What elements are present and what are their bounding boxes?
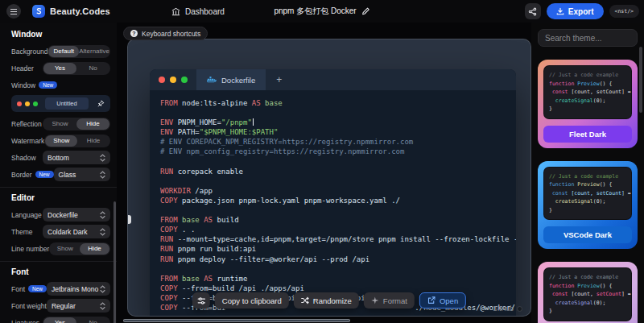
share-button[interactable] bbox=[525, 3, 541, 19]
row-shadow: Shadow Bottom bbox=[11, 151, 110, 164]
preview-token: [count, bbox=[571, 291, 596, 297]
theme-select-button[interactable]: Fleet Dark bbox=[543, 126, 632, 143]
theme-panel-scrollbar[interactable] bbox=[639, 47, 642, 113]
theme-select[interactable]: Coldark Dark bbox=[43, 225, 110, 238]
font-select[interactable]: Jetbrains Mono bbox=[47, 282, 110, 296]
theme-panel: // Just a code examplefunction Preview()… bbox=[531, 23, 644, 323]
code-token: RUN bbox=[160, 235, 173, 243]
randomize-button[interactable]: Randomize bbox=[294, 292, 359, 309]
preview-token: const bbox=[549, 291, 571, 297]
code-token: AS bbox=[204, 216, 213, 224]
github-watermark[interactable]: GitHub bbox=[493, 304, 522, 313]
code-token: FROM bbox=[160, 99, 178, 107]
theme-card[interactable]: // Just a code examplefunction Preview()… bbox=[538, 60, 638, 148]
export-label: Export bbox=[568, 7, 594, 16]
export-button[interactable]: Export bbox=[547, 3, 604, 19]
code-token: --from=build /api ./apps/api bbox=[178, 284, 304, 292]
segment-option-no[interactable]: No bbox=[76, 63, 109, 74]
code-line bbox=[160, 265, 508, 275]
segment-option-alternative[interactable]: Alternative bbox=[79, 46, 109, 57]
share-icon bbox=[528, 7, 537, 16]
code-token: # ENV COREPACK_NPM_REGISTRY=https://regi… bbox=[160, 138, 413, 146]
copy-label: Copy to clipboard bbox=[222, 296, 282, 305]
segment-option-yes[interactable]: Yes bbox=[43, 317, 76, 323]
theme-card[interactable]: // Just a code examplefunction Preview()… bbox=[538, 262, 638, 323]
sidebar-scrollbar[interactable] bbox=[114, 201, 116, 323]
code-token: base bbox=[261, 99, 283, 107]
code-line: COPY . . bbox=[160, 226, 508, 235]
border-text: Border bbox=[11, 171, 32, 179]
font-value: Jetbrains Mono bbox=[52, 285, 98, 293]
open-button[interactable]: Open bbox=[419, 292, 466, 309]
ligatures-segmented: Yes No bbox=[43, 317, 110, 323]
preview-line: // Just a code example bbox=[549, 273, 626, 282]
randomize-icon bbox=[301, 296, 309, 304]
format-button[interactable]: Format bbox=[364, 292, 415, 309]
preview-token: setCount bbox=[597, 291, 621, 297]
code-token: ENV bbox=[160, 128, 173, 136]
preview-line: } bbox=[549, 307, 626, 316]
edit-title-icon[interactable] bbox=[362, 7, 370, 15]
tab-dockerfile[interactable]: Dockerfile bbox=[196, 69, 266, 90]
new-badge: New bbox=[39, 81, 57, 89]
window-style-preview[interactable]: Untitled bbox=[11, 95, 110, 112]
reflection-label: Reflection bbox=[11, 120, 42, 128]
code-token: "/pnpm" bbox=[221, 118, 252, 126]
border-select[interactable]: Glass bbox=[54, 168, 110, 181]
pin-icon[interactable] bbox=[97, 100, 105, 107]
segment-option-show[interactable]: Show bbox=[45, 135, 77, 147]
code-line: COPY package.json pnpm-lock.yaml pnpm-wo… bbox=[160, 197, 508, 206]
theme-card[interactable]: // Just a code examplefunction Preview()… bbox=[538, 161, 638, 250]
brand[interactable]: Beauty.Codes bbox=[32, 5, 110, 18]
hidden-code-gap bbox=[225, 309, 415, 310]
segment-option-show[interactable]: Show bbox=[43, 118, 76, 130]
updown-chevron-icon bbox=[100, 302, 105, 310]
segment-option-default[interactable]: Default bbox=[48, 46, 79, 57]
shortcut-badge[interactable]: <nst/> bbox=[609, 5, 639, 18]
updown-chevron-icon bbox=[100, 228, 105, 236]
segment-option-no[interactable]: No bbox=[76, 317, 109, 323]
adjust-button[interactable] bbox=[192, 292, 210, 309]
preview-token: const bbox=[549, 190, 571, 197]
segment-option-show[interactable]: Show bbox=[50, 243, 80, 255]
preview-line: function Preview() { bbox=[549, 180, 626, 189]
shadow-select[interactable]: Bottom bbox=[43, 151, 110, 164]
new-tab-button[interactable]: + bbox=[276, 74, 282, 85]
font-weight-select[interactable]: Regular bbox=[47, 299, 110, 313]
code-area[interactable]: FROM node:lts-alpine AS base ENV PNPM_HO… bbox=[150, 90, 516, 313]
segment-option-hide[interactable]: Hide bbox=[77, 135, 109, 147]
menu-icon[interactable] bbox=[6, 4, 21, 19]
code-line: RUN pnpm run build:api bbox=[160, 245, 508, 255]
brand-name: Beauty.Codes bbox=[50, 6, 110, 16]
preview-token: function bbox=[549, 181, 577, 188]
code-window: Dockerfile + FROM node:lts-alpine AS bas… bbox=[150, 69, 516, 317]
segment-option-hide[interactable]: Hide bbox=[76, 118, 109, 130]
code-token: FROM bbox=[160, 216, 178, 224]
download-icon bbox=[556, 7, 564, 15]
preview-token: = bbox=[625, 190, 631, 197]
row-line-number: Line number Show Hide bbox=[11, 242, 110, 255]
segment-option-yes[interactable]: Yes bbox=[43, 63, 76, 74]
code-line: # ENV COREPACK_NPM_REGISTRY=https://regi… bbox=[160, 138, 508, 147]
preview-token: (0); bbox=[593, 97, 606, 104]
collapse-handle[interactable] bbox=[127, 215, 131, 224]
preview-line: // Just a code example bbox=[549, 172, 626, 181]
code-line: FROM base AS runtime bbox=[160, 275, 508, 284]
preview-line: const [count, setCount] = bbox=[549, 88, 626, 97]
language-select[interactable]: Dockerfile bbox=[43, 208, 110, 222]
code-line: WORKDIR /app bbox=[160, 187, 508, 197]
horizontal-scrollbar[interactable] bbox=[123, 319, 350, 322]
divider bbox=[0, 261, 117, 262]
code-line bbox=[160, 206, 508, 216]
background-label: Background bbox=[11, 48, 47, 56]
theme-select-button[interactable]: VSCode Dark bbox=[543, 226, 632, 243]
segment-option-hide[interactable]: Hide bbox=[80, 243, 109, 255]
code-token: base bbox=[178, 275, 204, 283]
dashboard-button[interactable]: Dashboard bbox=[171, 7, 225, 16]
keyboard-shortcuts-button[interactable]: ? Keyboard shortcuts bbox=[123, 27, 208, 40]
preview-token: ] = bbox=[621, 291, 631, 297]
code-window-header: Dockerfile + bbox=[150, 69, 516, 90]
theme-search-input[interactable] bbox=[538, 29, 638, 47]
border-label: Border New bbox=[11, 171, 54, 179]
copy-to-clipboard-button[interactable]: Copy to clipboard bbox=[215, 292, 289, 309]
